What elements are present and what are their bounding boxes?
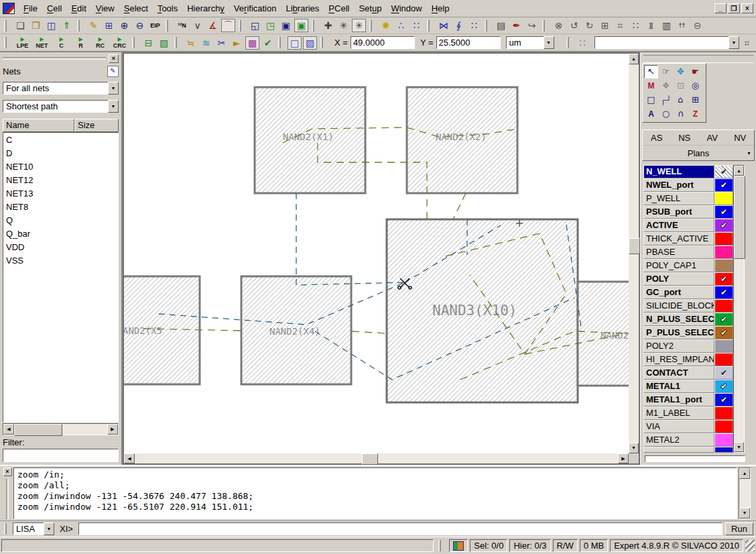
donut-tool[interactable]: ◎ [688, 79, 702, 93]
scrollbar-thumb[interactable] [362, 453, 378, 465]
net-row[interactable]: VDD [3, 241, 118, 254]
pan-move-tool[interactable]: ✥ [674, 65, 688, 78]
layer-row[interactable]: SILICIDE_BLOCK [643, 299, 733, 313]
probe-pin-icon[interactable]: ✒ [509, 19, 523, 32]
open-cell-icon[interactable]: ❐ [29, 19, 43, 32]
scroll-right-icon[interactable]: ▶ [618, 453, 629, 463]
angle-measure-icon[interactable]: ∡ [206, 19, 220, 32]
layer-row[interactable]: P_WELL [643, 192, 733, 205]
console-output[interactable]: zoom /in;zoom /all;zoom /inwindow -131 -… [13, 467, 737, 519]
menu-hierarchy[interactable]: Hierarchy [182, 2, 229, 15]
layer-row[interactable]: P_PLUS_SELECT✔ [643, 326, 733, 339]
layer-row[interactable]: THICK_ACTIVE [643, 232, 733, 245]
scrollbar-thumb[interactable] [734, 176, 745, 259]
units-select[interactable]: um ▼ [506, 36, 554, 49]
menu-pcell[interactable]: PCell [324, 2, 354, 15]
text-tool[interactable]: A [644, 107, 658, 121]
point-hand-tool[interactable]: ☞ [659, 65, 673, 78]
split-grid-icon[interactable]: ⌗ [613, 19, 627, 32]
layer-visibility-swatch[interactable] [714, 245, 733, 259]
scrollbar-track[interactable] [135, 453, 618, 463]
net-row[interactable]: Q [3, 214, 118, 227]
crc-button[interactable]: ▶CRC [111, 36, 129, 50]
resize-grip[interactable] [745, 540, 755, 551]
layer-visibility-swatch[interactable]: ✔ [714, 272, 733, 286]
menu-cell[interactable]: Cell [42, 2, 66, 15]
nets-mode-select[interactable]: Shortest path ▼ [3, 100, 119, 113]
scrollbar-track[interactable] [629, 64, 639, 443]
group-move-tool[interactable]: ❖ [659, 79, 673, 93]
net-chain-icon[interactable]: ∴ [394, 19, 408, 32]
c-button[interactable]: ▶C [52, 36, 70, 50]
net-row[interactable]: NET12 [3, 174, 118, 187]
part-search-icon[interactable]: ⊝ [690, 19, 704, 32]
layer-visibility-swatch[interactable]: ✔ [714, 219, 733, 232]
hint-bulb-icon[interactable]: ✺ [379, 19, 393, 32]
hash-grid-icon[interactable]: ⌗ [740, 36, 754, 50]
menu-edit[interactable]: Edit [66, 2, 90, 15]
y-coordinate-input[interactable] [436, 36, 501, 49]
layer-visibility-swatch[interactable]: ✔ [714, 366, 733, 380]
layer-row[interactable]: VIA [643, 420, 733, 433]
layer-visibility-swatch[interactable]: ✔ [714, 326, 733, 339]
layer-visibility-swatch[interactable] [714, 259, 733, 272]
forbid-icon[interactable]: ⊗ [552, 19, 566, 32]
scroll-down-icon[interactable]: ▼ [629, 443, 639, 453]
scroll-left-icon[interactable]: ◀ [124, 453, 135, 463]
layer-row[interactable]: PBASE [643, 245, 733, 259]
layer-merge-icon[interactable]: ≋ [199, 36, 213, 50]
scrollbar-thumb[interactable] [14, 424, 62, 436]
close-panel-icon[interactable]: × [109, 54, 119, 63]
snap-grid-icon[interactable]: ∷ [576, 36, 590, 50]
chevron-down-icon[interactable]: ▼ [729, 36, 739, 49]
scroll-down-icon[interactable]: ▼ [734, 442, 744, 452]
chevron-down-icon[interactable]: ▼ [44, 522, 54, 535]
zoom-out-icon[interactable]: ⊖ [133, 19, 147, 32]
menu-libraries[interactable]: Libraries [281, 2, 324, 15]
layer-row[interactable]: NWEL_port✔ [643, 178, 733, 192]
net-list-hscrollbar[interactable]: ◀ ▶ [3, 423, 119, 435]
route-jump-icon[interactable]: ↪ [525, 19, 539, 32]
r-button[interactable]: ▶R [72, 36, 90, 50]
box-tool[interactable]: □ [644, 93, 658, 107]
hier-export-icon[interactable]: ⊟ [141, 36, 155, 50]
canvas-hscrollbar[interactable]: ◀ ▶ [124, 453, 629, 463]
scroll-up-icon[interactable]: ▲ [739, 468, 750, 479]
draw-pencil-icon[interactable]: ✎ [86, 19, 101, 32]
scrollbar-track[interactable] [734, 176, 744, 442]
circle-tool[interactable]: ○ [659, 107, 673, 121]
layer-visibility-swatch[interactable]: ✔ [714, 205, 733, 219]
layer-scrollbar[interactable]: ▲ ▼ [733, 165, 745, 453]
lpe-button[interactable]: ▶LPE [13, 36, 32, 50]
layer-row[interactable]: POLY2 [643, 339, 733, 353]
h-fit-icon[interactable]: ⋈ [436, 19, 450, 32]
scroll-up-icon[interactable]: ▲ [629, 54, 639, 64]
edit-nets-icon[interactable]: ✎ [107, 66, 119, 77]
polygon-tool[interactable]: ⌂ [674, 93, 688, 107]
scrollbar-track[interactable] [739, 479, 750, 508]
layer-visibility-swatch[interactable] [714, 299, 733, 313]
rotate-cw-icon[interactable]: ↻ [582, 19, 596, 32]
coord-12n-icon[interactable]: ¹²N [175, 19, 189, 32]
menu-help[interactable]: Help [427, 2, 454, 15]
layer-visibility-swatch[interactable]: ✔ [714, 313, 733, 326]
flatten-icon[interactable]: ✳ [336, 19, 351, 32]
layer-visibility-swatch[interactable]: ✔ [714, 178, 733, 192]
menu-view[interactable]: View [91, 2, 119, 15]
column-header-name[interactable]: Name [3, 119, 74, 132]
menu-verification[interactable]: Verification [229, 2, 281, 15]
menu-window[interactable]: Window [386, 2, 426, 15]
new-cell-icon[interactable]: ❏ [13, 19, 27, 32]
cell-instance[interactable]: NAND2(X1) [255, 87, 365, 193]
zoom-all-icon[interactable]: ⊞ [102, 19, 116, 32]
restore-button[interactable]: ❐ [728, 3, 740, 13]
column-header-size[interactable]: Size [74, 119, 119, 132]
arc-tool[interactable]: ∩ [674, 107, 688, 121]
net-chain-r-icon[interactable]: ∷ [410, 19, 424, 32]
flatten-all-icon[interactable]: ✳ [352, 19, 366, 32]
scrollbar-track[interactable] [62, 424, 107, 435]
layout-context-combo[interactable]: ▼ [594, 36, 739, 49]
menu-file[interactable]: File [19, 2, 42, 15]
fill-box-icon[interactable]: ▣ [279, 19, 293, 32]
scroll-down-icon[interactable]: ▼ [739, 508, 750, 518]
